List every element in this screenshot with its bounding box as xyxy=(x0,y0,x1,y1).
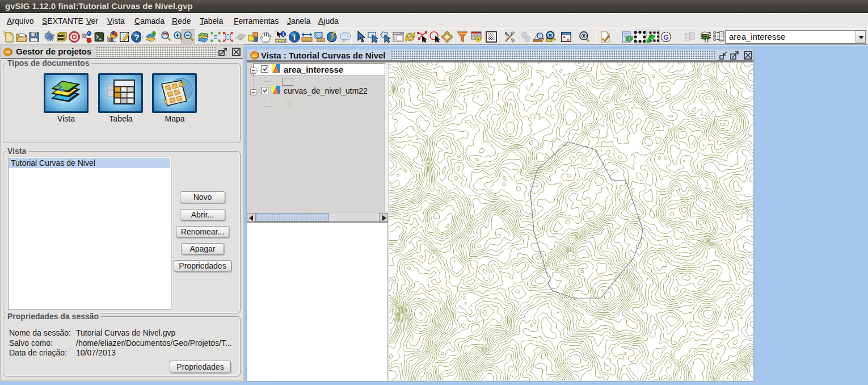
svg-text:G: G xyxy=(663,34,668,41)
svg-text:SIG: SIG xyxy=(5,51,10,54)
svg-text:SIG: SIG xyxy=(252,54,257,57)
svg-text:x: x xyxy=(563,34,566,39)
svg-text:y: y xyxy=(567,37,570,42)
svg-text:i: i xyxy=(293,34,296,42)
svg-text:B: B xyxy=(549,33,553,39)
svg-text:?: ? xyxy=(134,32,139,42)
